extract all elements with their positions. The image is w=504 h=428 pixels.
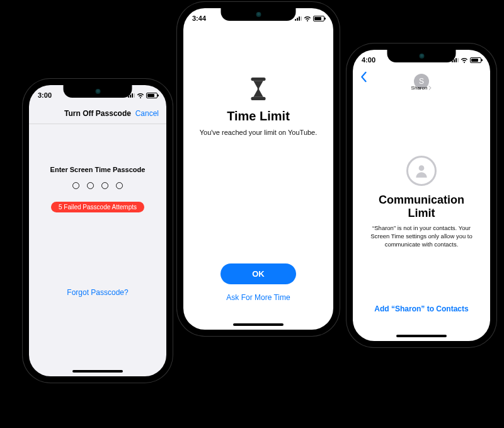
time-limit-actions: OK Ask For More Time <box>183 263 333 302</box>
status-bar: 3:44 <box>183 8 333 26</box>
time-limit-subtitle: You've reached your limit on YouTube. <box>200 129 318 136</box>
contact-name: Sharon <box>411 85 428 91</box>
status-bar: 4:00 <box>353 50 490 67</box>
communication-limit-body: Communication Limit “Sharon” is not in y… <box>353 156 490 249</box>
nav-bar: Turn Off Passcode Cancel <box>29 103 166 124</box>
phone-passcode: 3:00 Turn Off Passcode Cancel Enter Scre… <box>29 85 166 376</box>
cancel-button[interactable]: Cancel <box>135 109 159 118</box>
add-to-contacts-button[interactable]: Add “Sharon” to Contacts <box>353 304 490 313</box>
time-limit-title: Time Limit <box>227 109 290 124</box>
communication-limit-subtitle: “Sharon” is not in your contacts. Your S… <box>370 224 472 248</box>
passcode-prompt: Enter Screen Time Passcode <box>50 166 146 173</box>
battery-icon <box>470 57 481 63</box>
svg-rect-0 <box>251 78 265 81</box>
cell-signal-icon <box>295 16 302 21</box>
status-icons <box>452 56 481 64</box>
passcode-dot <box>116 182 123 189</box>
home-indicator[interactable] <box>72 370 123 373</box>
svg-rect-1 <box>251 97 265 100</box>
cell-signal-icon <box>452 58 459 62</box>
nav-title: Turn Off Passcode <box>64 109 131 118</box>
chevron-right-icon <box>428 86 432 90</box>
status-bar: 3:00 <box>29 85 166 103</box>
phone-time-limit: 3:44 Time Limit You've reached your limi… <box>183 8 333 330</box>
status-time: 3:00 <box>38 91 52 99</box>
forgot-passcode-link[interactable]: Forgot Passcode? <box>29 288 166 297</box>
ok-button[interactable]: OK <box>220 263 296 284</box>
cell-signal-icon <box>128 93 135 98</box>
wifi-icon <box>137 91 144 99</box>
passcode-dot <box>72 182 79 189</box>
hourglass-icon <box>248 78 268 100</box>
time-limit-body: Time Limit You've reached your limit on … <box>183 78 333 136</box>
svg-point-2 <box>419 165 425 171</box>
status-icons <box>128 91 158 99</box>
passcode-body: Enter Screen Time Passcode 5 Failed Pass… <box>29 148 166 212</box>
wifi-icon <box>461 56 468 64</box>
passcode-dot <box>87 182 94 189</box>
wifi-icon <box>304 14 311 22</box>
battery-icon <box>313 16 324 21</box>
passcode-dot <box>101 182 108 189</box>
status-icons <box>295 14 324 22</box>
status-time: 4:00 <box>362 56 375 64</box>
phone-communication-limit: 4:00 S Sharon Communication Limit “Sharo… <box>353 50 490 341</box>
failed-attempts-badge: 5 Failed Passcode Attempts <box>51 202 144 212</box>
battery-icon <box>146 93 158 98</box>
home-indicator[interactable] <box>396 335 447 337</box>
status-time: 3:44 <box>192 14 206 22</box>
contact-name-row[interactable]: Sharon <box>353 85 490 91</box>
contact-header[interactable]: S <box>353 67 490 95</box>
home-indicator[interactable] <box>233 323 284 326</box>
passcode-dots[interactable] <box>72 182 123 189</box>
ask-more-time-link[interactable]: Ask For More Time <box>226 293 290 302</box>
person-icon <box>406 156 437 186</box>
communication-limit-title: Communication Limit <box>370 194 472 219</box>
